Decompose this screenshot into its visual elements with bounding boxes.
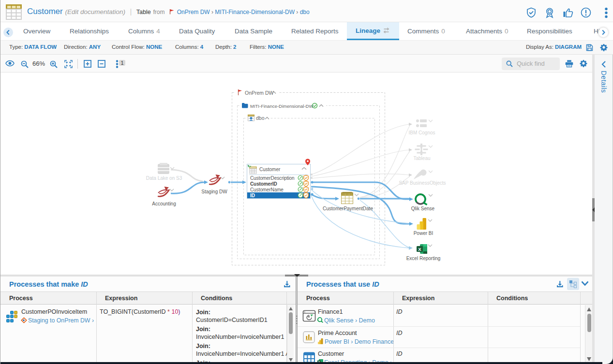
svg-text:OnPrem DW: OnPrem DW [245, 90, 274, 96]
svg-text:Power BI: Power BI [414, 231, 434, 236]
svg-text:IBM Cognos: IBM Cognos [408, 130, 435, 135]
svg-text:dbo: dbo [256, 115, 265, 121]
svg-text:Tableau: Tableau [413, 156, 430, 161]
svg-text:Accounting: Accounting [152, 201, 176, 206]
svg-text:CustomerName: CustomerName [250, 187, 284, 192]
svg-text:CustomerDescription: CustomerDescription [250, 175, 294, 181]
svg-text:Excel Reporting: Excel Reporting [406, 256, 441, 261]
svg-text:CustomerPaymentDate: CustomerPaymentDate [323, 206, 373, 211]
svg-text:X: X [418, 247, 421, 252]
svg-text:SAP BusinessObjects: SAP BusinessObjects [399, 180, 446, 186]
svg-text:MITI-Finance-Dimensional-DW: MITI-Finance-Dimensional-DW [250, 103, 313, 109]
svg-text:Data Lake on S3: Data Lake on S3 [146, 175, 182, 181]
svg-text:Qlik Sense: Qlik Sense [411, 206, 435, 211]
svg-text:ID: ID [250, 193, 255, 198]
svg-text:CustomerID: CustomerID [250, 181, 277, 187]
svg-text:Customer: Customer [259, 167, 281, 172]
svg-text:Staging DW: Staging DW [201, 189, 227, 194]
